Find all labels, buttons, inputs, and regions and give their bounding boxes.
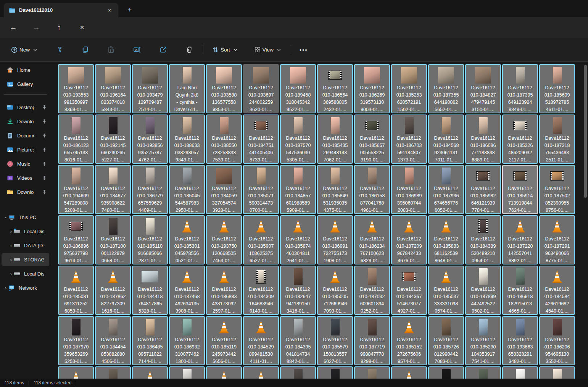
sidebar-item-downloads[interactable]: Downloads <box>2 185 49 198</box>
file-tile[interactable]: Dave16112010-1850715903144730700-01.... <box>243 165 279 214</box>
stop-button[interactable]: × <box>76 21 89 34</box>
file-tile[interactable]: Dave16112010-1843895304892100954-01.... <box>465 215 501 264</box>
file-tile[interactable]: Dave16112010-1845689230611317011-01.... <box>428 114 464 164</box>
file-tile[interactable]: Dave16112010-1851192459734425656-01.... <box>206 316 242 365</box>
back-button[interactable]: ← <box>7 21 20 34</box>
file-tile[interactable]: Dave16112010-1868969756377989614-01.... <box>58 215 94 264</box>
sidebar-item-local-disk-c-[interactable]: ›Local Disk (C:) <box>2 225 49 238</box>
file-tile[interactable]: Dave16112010-1843950418147348842-01.... <box>280 316 316 365</box>
file-tile[interactable]: Dave16112010-1859147139198447624-01.... <box>502 165 538 214</box>
share-button[interactable] <box>156 42 171 57</box>
file-tile[interactable]: Dave16112010-1869323100774621300-01.... <box>169 316 205 365</box>
file-tile[interactable]: Dave16112010-1847514414054068733-01.... <box>243 114 279 164</box>
file-tile[interactable]: Dave16112010-1843091646839460140-01.... <box>243 266 279 315</box>
rename-button[interactable]: A <box>129 42 145 57</box>
new-button[interactable]: New <box>7 42 41 57</box>
file-tile[interactable]: Dave16112010-1871000011229790658-01.... <box>95 215 131 264</box>
file-tile[interactable]: Dave16112010-1859071086253756527-01.... <box>243 215 279 264</box>
file-tile[interactable]: Dave16112010-1844187648178655328-01.... <box>132 266 168 315</box>
file-tile[interactable]: Dave16112010-1846779359086227480-01.... <box>95 165 131 214</box>
file-tile[interactable]: Dave16112010-1855791508135576027-01.... <box>317 316 353 365</box>
file-tile[interactable]: Dave16112010-1873956491239248349-01.... <box>502 64 538 113</box>
new-tab-button[interactable]: + <box>124 5 135 15</box>
file-tile[interactable]: Dave16112010-1858836811625398648-01.... <box>428 215 464 264</box>
file-tile[interactable]: Dave16112010-1935539913509978369-01.... <box>58 64 94 113</box>
sidebar-item-gallery[interactable]: Gallery <box>2 77 49 90</box>
file-tile[interactable]: Dave16112010-1872201425570418892-01.... <box>502 215 538 264</box>
file-tile[interactable]: Dave16112010-1873556441908625652-01.... <box>428 64 464 113</box>
file-tile[interactable]: Dave16112010-1851109166850662871-01.... <box>132 215 168 264</box>
sidebar-item-videos[interactable]: Videos <box>2 171 49 184</box>
sidebar-item-data-d-[interactable]: ›DATA (D:) <box>2 239 49 252</box>
file-tile[interactable]: Dave16112010-1852901043539177541-01.... <box>465 316 501 365</box>
sidebar-item-downloads[interactable]: Downloads <box>2 115 49 128</box>
file-tile[interactable]: Dave16112010-1845844266196824540-01.... <box>539 266 575 315</box>
file-tile[interactable]: Dave16112010-1869181829150134665-01.... <box>502 266 538 315</box>
file-tile[interactable]: Dave16112010-1946095472898085208-01.... <box>58 165 94 214</box>
file-tile[interactable]: Dave16112010-1879366746567766052-01.... <box>428 165 464 214</box>
file-tile[interactable]: Dave16112010-1886330382930579843-01.... <box>169 114 205 164</box>
file-tile[interactable]: Dave16112010-1864850957110227144-01.... <box>132 316 168 365</box>
file-tile[interactable]: Dave16112010-1878628227973091616-01.... <box>95 266 131 315</box>
file-tile[interactable]: Dave16112010-1869893950607442083-01.... <box>391 165 427 214</box>
file-tile[interactable]: Dave16112010-1840593270545743928-01.... <box>206 165 242 214</box>
file-tile[interactable]: Dave16112010-1850816913112526853-01.... <box>58 266 94 315</box>
file-tile[interactable]: Dave16112010-1870326096018940252-01.... <box>354 266 390 315</box>
sidebar-item-music[interactable]: ♪Music <box>2 157 49 170</box>
file-tile[interactable]: Dave16112010-1894583180453429522-01.... <box>280 64 316 113</box>
file-tile[interactable]: Dave16112010-1879703596532695253-01.... <box>58 316 94 365</box>
file-tile[interactable]: Dave16112010-1856995189727854611-01.... <box>539 64 575 113</box>
file-tile[interactable]: Dave16112010-1937501206685057453-01.... <box>206 215 242 264</box>
file-tile[interactable]: Dave16112010-1853010459785560521-01.... <box>169 215 205 264</box>
file-tile[interactable]: Dave16112010-1935881365775589853-01.... <box>206 64 242 113</box>
file-tile[interactable]: Dave16112010-1854352694481437062-01.... <box>317 114 353 164</box>
view-button[interactable]: View <box>250 42 285 57</box>
file-tile[interactable]: Dave16112010-1936636583282913482-01.... <box>502 316 538 365</box>
sidebar-item-network[interactable]: ›Network <box>2 281 49 294</box>
file-tile[interactable]: Dave16112010-1853264862090322117-01.... <box>502 114 538 164</box>
file-tile[interactable]: Dave16112010-1862069546951303552-01.... <box>539 316 575 365</box>
file-tile[interactable]: Dave16112010-1872099678424334676-01.... <box>391 215 427 264</box>
file-tile[interactable]: Dave16112010-1934791297094877514-01.... <box>132 64 168 113</box>
file-tile[interactable]: Dave16112010-1861588770417684961-01.... <box>354 165 390 214</box>
file-tile[interactable]: Dave16112010-1858744603048112641-01.... <box>280 215 316 264</box>
vertical-scrollbar[interactable] <box>584 65 587 198</box>
chevron-right-icon[interactable]: › <box>8 229 14 234</box>
file-tile[interactable]: Dave16112010-1868834381730922597-01.... <box>206 266 242 315</box>
file-tile[interactable]: Dave16112010-1872919634900668775-01.... <box>539 215 575 264</box>
cut-button[interactable]: ✂ <box>53 42 67 57</box>
file-tile[interactable]: Dave16112010-1845298994815304111-01.... <box>243 316 279 365</box>
file-tile[interactable]: Dave16112010-1875028523909558756-01.... <box>539 165 575 214</box>
forward-button[interactable]: → <box>30 21 43 34</box>
copy-button[interactable] <box>77 42 93 57</box>
file-tile[interactable]: Lam NhuQuynh 2k8- cynthia -Dave1611... <box>169 64 205 113</box>
paste-button[interactable] <box>103 42 119 57</box>
file-tile[interactable]: Dave16112010-1936972448022593630-01.... <box>243 64 279 113</box>
chevron-right-icon[interactable]: › <box>3 285 8 291</box>
file-tile[interactable]: Dave16112010-1862693195731309003-01.... <box>354 64 390 113</box>
sidebar-item-this-pc[interactable]: ›This PC <box>2 211 49 224</box>
file-tile[interactable]: Dave16112010-1852536205721911502-01.... <box>391 64 427 113</box>
file-tile[interactable]: Dave16112010-1848274794791453150-01.... <box>465 64 501 113</box>
delete-button[interactable] <box>182 42 197 57</box>
chevron-right-icon[interactable]: › <box>8 271 14 277</box>
file-tile[interactable]: Dave16112010-1844548538828804506-01.... <box>95 316 131 365</box>
sidebar-item-pictures[interactable]: Pictures <box>2 143 49 156</box>
sort-button[interactable]: Sort <box>208 42 241 57</box>
file-tile[interactable]: Dave16112010-1848576019885895909-01.... <box>280 165 316 214</box>
file-tile[interactable]: Dave16112010-1862347671006236829-01.... <box>354 215 390 264</box>
file-tile[interactable]: Dave16112010-1850057126699467093-01.... <box>317 266 353 315</box>
file-tile[interactable]: Dave16112010-1858495319350354375-01.... <box>317 165 353 214</box>
file-tile[interactable]: Dave16112010-1850373333310980574-01.... <box>428 266 464 315</box>
sidebar-item-home[interactable]: Home <box>2 63 49 76</box>
file-tile[interactable]: Dave16112010-1867796575596294409-01.... <box>132 165 168 214</box>
file-tile[interactable]: Dave16112010-1860867711888486889-01.... <box>465 114 501 164</box>
explorer-tab[interactable]: Dave16112010 × <box>4 3 118 17</box>
file-tile[interactable]: Dave16112010-1877199988477788298-01.... <box>354 316 390 365</box>
more-button[interactable]: ••• <box>296 42 312 57</box>
sidebar-item-storage-e-[interactable]: ›STORAGE (E:) <box>2 253 49 266</box>
file-tile[interactable]: Dave16112010-1843675146730774927-01.... <box>391 266 427 315</box>
file-tile[interactable]: Dave16112010-1857268129904427083-01.... <box>428 316 464 365</box>
file-tile[interactable]: Dave16112010-1878994424925229502-01.... <box>465 266 501 315</box>
sidebar-item-desktop[interactable]: Desktop <box>2 101 49 114</box>
